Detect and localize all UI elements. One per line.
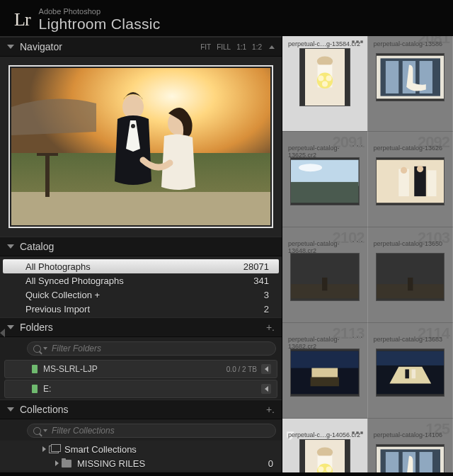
catalog-row-label: All Synced Photographs: [25, 276, 253, 286]
collection-label: Smart Collections: [64, 444, 273, 455]
collections-header[interactable]: Collections +.: [0, 400, 282, 419]
dropdown-icon[interactable]: [43, 347, 47, 350]
expand-icon[interactable]: [42, 446, 46, 452]
catalog-row-label: Previous Import: [25, 304, 264, 314]
collections-list: Smart CollectionsMISSING RILES0: [0, 441, 282, 472]
svg-rect-21: [291, 182, 359, 203]
zoom-menu-icon[interactable]: [269, 45, 275, 49]
expand-icon[interactable]: [55, 460, 59, 466]
grid-cell[interactable]: perpetual-c…g-14056.cr2: [282, 419, 368, 472]
search-icon: [33, 345, 41, 353]
folders-header[interactable]: Folders +.: [0, 317, 282, 337]
svg-point-22: [299, 164, 322, 171]
grid-cell[interactable]: 2103perpetual-catalog-13650: [368, 227, 454, 323]
thumbnail-image: [291, 349, 359, 396]
cell-filename: perpetual-catalog-13650: [374, 240, 443, 247]
volume-row[interactable]: MS-SLRL-LJP0.0 / 2 TB: [4, 360, 277, 378]
volume-row[interactable]: E:: [4, 380, 277, 398]
cell-badges[interactable]: [352, 431, 363, 434]
grid-cell[interactable]: 125perpetual-catalog-14106: [368, 419, 454, 472]
grid-cell[interactable]: 2114perpetual-catalog-13683: [368, 323, 454, 419]
collection-row[interactable]: Smart Collections: [0, 442, 282, 456]
cell-badges[interactable]: [352, 336, 363, 339]
navigator-header[interactable]: Navigator FIT FILL 1:1 1:2: [0, 37, 282, 57]
add-folder-button[interactable]: +.: [266, 322, 275, 333]
zoom-fit[interactable]: FIT: [200, 43, 211, 51]
folders-title: Folders: [20, 322, 266, 333]
thumbnail-image: [377, 158, 445, 205]
catalog-row-count: 28071: [243, 261, 269, 272]
cell-badges[interactable]: [352, 40, 363, 43]
collection-label: MISSING RILES: [77, 458, 268, 469]
svg-point-12: [318, 76, 323, 81]
cell-filename: perpetual-catalog-13586: [374, 40, 443, 47]
catalog-row[interactable]: Quick Collection +3: [3, 288, 279, 302]
panel-collapse-button[interactable]: [0, 329, 5, 337]
cell-badges[interactable]: [352, 144, 363, 147]
svg-point-27: [400, 167, 406, 174]
svg-rect-43: [411, 370, 415, 379]
grid-cell[interactable]: perpetual-c…g-13584.cr2: [282, 36, 368, 132]
grid-cell[interactable]: 2092perpetual-catalog-13626: [368, 132, 454, 227]
collections-filter-input[interactable]: [52, 426, 270, 436]
disclosure-left-icon[interactable]: [261, 364, 271, 374]
cell-filename: perpetual-c…g-13584.cr2: [288, 40, 360, 47]
collection-row[interactable]: MISSING RILES0: [0, 456, 282, 470]
folders-filter[interactable]: [27, 341, 276, 356]
thumbnail-image: [377, 54, 445, 101]
svg-rect-4: [37, 153, 58, 156]
grid-cell[interactable]: 2113perpetual-catalog-13682.cr2: [282, 323, 368, 419]
folder-icon: [62, 460, 71, 468]
disclosure-down-icon: [7, 325, 14, 329]
disclosure-left-icon[interactable]: [261, 384, 271, 394]
cell-filename: perpetual-catalog-13626: [374, 144, 443, 152]
grid-cell[interactable]: 2081perpetual-catalog-13586: [368, 36, 454, 132]
grid-cell[interactable]: 2091perpetual-catalog-13625.cr2: [282, 132, 368, 227]
add-collection-button[interactable]: +.: [266, 404, 275, 415]
svg-rect-31: [322, 278, 327, 290]
catalog-row-label: All Photographs: [25, 261, 243, 272]
catalog-row[interactable]: All Photographs28071: [3, 259, 279, 273]
navigator-preview[interactable]: [0, 57, 282, 237]
app-header: Lr Adobe Photoshop Lightroom Classic: [0, 0, 453, 36]
svg-rect-34: [408, 278, 413, 290]
disclosure-down-icon: [7, 244, 14, 249]
thumbnail-image: [291, 158, 359, 205]
grid-cell[interactable]: 2102perpetual-catalog-13648.cr2: [282, 227, 368, 323]
dropdown-icon[interactable]: [43, 429, 47, 432]
brand-suite: Adobe Photoshop: [39, 7, 161, 16]
preview-image: [11, 68, 270, 225]
zoom-ratio[interactable]: 1:2: [252, 43, 262, 51]
disk-icon: [32, 365, 38, 373]
svg-rect-40: [377, 351, 445, 366]
collection-count: 0: [268, 458, 273, 469]
thumbnail-image: [300, 440, 350, 472]
svg-rect-28: [427, 171, 436, 197]
catalog-row[interactable]: All Synced Photographs341: [3, 273, 279, 288]
svg-point-13: [326, 76, 331, 81]
cell-filename: perpetual-catalog-13683: [374, 336, 443, 343]
catalog-header[interactable]: Catalog: [0, 237, 282, 256]
volume-name: E:: [43, 384, 257, 394]
collections-filter[interactable]: [27, 424, 276, 438]
svg-rect-2: [11, 192, 270, 225]
zoom-fill[interactable]: FILL: [217, 43, 231, 51]
thumbnail-grid[interactable]: perpetual-c…g-13584.cr22081perpetual-cat…: [282, 36, 453, 472]
app-logo: Lr Adobe Photoshop Lightroom Classic: [14, 7, 161, 32]
catalog-row-count: 2: [264, 304, 269, 314]
cell-filename: perpetual-c…g-14056.cr2: [288, 431, 360, 438]
disclosure-down-icon: [7, 45, 14, 49]
svg-point-49: [326, 467, 331, 472]
thumbnail-image: [377, 254, 445, 300]
svg-rect-38: [311, 378, 339, 387]
thumbnail-image: [300, 49, 350, 106]
cell-badges[interactable]: [352, 240, 363, 243]
catalog-row[interactable]: Previous Import2: [3, 302, 279, 316]
svg-point-14: [322, 81, 328, 87]
folders-filter-input[interactable]: [52, 344, 270, 353]
catalog-row-count: 3: [264, 290, 269, 300]
cell-filename: perpetual-catalog-14106: [374, 431, 443, 438]
svg-point-48: [318, 467, 323, 472]
svg-rect-3: [45, 154, 50, 197]
zoom-1-1[interactable]: 1:1: [236, 43, 246, 51]
